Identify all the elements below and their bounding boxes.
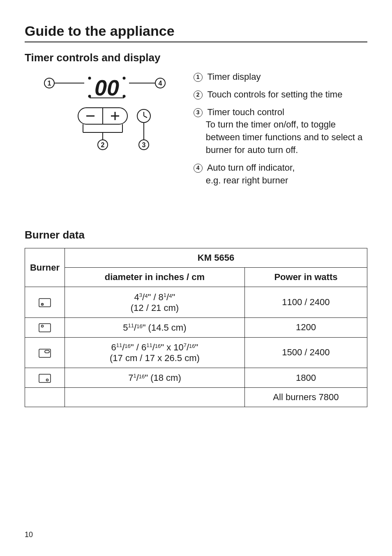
rear-left-icon [39, 323, 51, 332]
diameter-line1-0: 4 3/4" / 8 1/4" [134, 291, 175, 301]
legend-text-2: Touch controls for setting the time [207, 89, 342, 100]
power-cell-3: 1800 [244, 368, 367, 387]
section-timer-heading: Timer controls and display [25, 51, 367, 64]
svg-point-3 [89, 95, 91, 97]
legend-num-4: 4 [194, 164, 203, 173]
legend-sub-3: To turn the timer on/off, to toggle betw… [206, 118, 367, 156]
th-burner: Burner [25, 248, 65, 287]
power-cell-1: 1200 [244, 317, 367, 337]
table-row: 4 3/4" / 8 1/4" (12 / 21 cm) 1100 / 2400 [25, 287, 367, 317]
rear-left-icon-cell [25, 317, 65, 337]
svg-rect-24 [39, 299, 51, 307]
total-diameter-cell [65, 388, 245, 407]
legend-num-3: 3 [194, 108, 203, 117]
front-right-icon [39, 374, 51, 383]
diameter-line2-0: (12 / 21 cm) [131, 303, 179, 313]
svg-rect-30 [45, 350, 49, 353]
burner-table: Burner KM 5656 diameter in inches / cm P… [25, 248, 367, 407]
callout-2-number: 2 [101, 141, 105, 148]
diameter-line1-2: 6 11/16" / 6 11/16" x 10 7/16" [111, 342, 198, 352]
rear-right-casserole-icon [39, 349, 51, 358]
timer-diagram: 1 00 4 [37, 71, 173, 153]
front-left-dual-icon-cell [25, 287, 65, 317]
title-rule [25, 42, 367, 42]
svg-line-16 [144, 116, 147, 118]
th-diameter: diameter in inches / cm [65, 268, 245, 287]
legend-item-3: 3 Timer touch control To turn the timer … [194, 106, 367, 157]
timer-display-value: 00 [95, 75, 119, 100]
svg-rect-31 [39, 374, 51, 382]
legend-item-1: 1 Timer display [194, 71, 367, 83]
legend-sub-4: e.g. rear right burner [206, 174, 367, 187]
legend-list: 1 Timer display 2 Touch controls for set… [194, 71, 367, 192]
power-cell-2: 1500 / 2400 [244, 337, 367, 368]
table-row: 6 11/16" / 6 11/16" x 10 7/16" (17 cm / … [25, 337, 367, 368]
svg-point-32 [46, 379, 48, 381]
svg-point-26 [42, 304, 43, 305]
svg-point-4 [123, 77, 125, 79]
section-burner-heading: Burner data [25, 229, 367, 241]
diameter-line2-2: (17 cm / 17 x 26.5 cm) [110, 353, 200, 363]
table-row: All burners 7800 [25, 388, 367, 407]
svg-point-5 [123, 95, 125, 97]
diameter-cell-0: 4 3/4" / 8 1/4" (12 / 21 cm) [65, 287, 245, 317]
svg-rect-27 [39, 324, 51, 332]
diameter-line1-3: 7 1/16" (18 cm) [128, 372, 181, 382]
th-power: Power in watts [244, 268, 367, 287]
diameter-line1-1: 5 11/16" (14.5 cm) [123, 322, 186, 332]
callout-1-number: 1 [48, 80, 51, 87]
total-power-cell: All burners 7800 [244, 388, 367, 407]
total-icon-cell [25, 388, 65, 407]
front-right-icon-cell [25, 368, 65, 387]
power-cell-0: 1100 / 2400 [244, 287, 367, 317]
front-left-dual-icon [39, 298, 51, 307]
legend-text-1: Timer display [207, 72, 261, 82]
callout-4-number: 4 [159, 80, 162, 87]
callout-3-number: 3 [142, 141, 146, 148]
legend-num-1: 1 [194, 73, 203, 82]
rear-right-casserole-icon-cell [25, 337, 65, 368]
svg-point-2 [89, 77, 91, 79]
diameter-cell-1: 5 11/16" (14.5 cm) [65, 317, 245, 337]
svg-point-28 [42, 325, 44, 327]
legend-text-3: Timer touch control [207, 107, 284, 117]
legend-item-2: 2 Touch controls for setting the time [194, 88, 367, 101]
th-model: KM 5656 [65, 248, 367, 268]
legend-text-4: Auto turn off indicator, [207, 162, 295, 173]
legend-num-2: 2 [194, 90, 203, 100]
diameter-cell-2: 6 11/16" / 6 11/16" x 10 7/16" (17 cm / … [65, 337, 245, 368]
table-row: 7 1/16" (18 cm) 1800 [25, 368, 367, 387]
page-title: Guide to the appliance [25, 23, 367, 39]
legend-item-4: 4 Auto turn off indicator, e.g. rear rig… [194, 162, 367, 187]
table-row: 5 11/16" (14.5 cm) 1200 [25, 317, 367, 337]
page-number: 10 [25, 531, 33, 539]
diameter-cell-3: 7 1/16" (18 cm) [65, 368, 245, 387]
